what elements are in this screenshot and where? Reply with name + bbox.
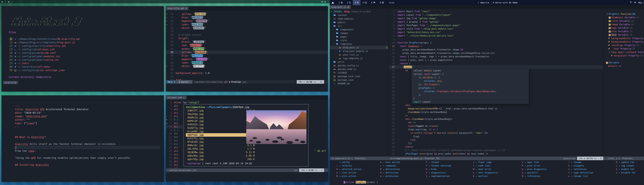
window-icon[interactable]: ▣ (8, 1, 10, 3)
window-markdown[interactable]: ---title: Alacritty GPU Accelerated Term… (2, 95, 164, 182)
workspace-4[interactable]: 4 (360, 0, 369, 5)
file-row[interactable]: 6iibVNY.jpg2.06 M (186, 130, 256, 133)
startify-entry[interactable]: [7]⚙~/.zshrc (9, 62, 164, 65)
which-key-b[interactable]: b → next action (380, 161, 400, 164)
tree-item-images[interactable]: │ images (330, 31, 388, 35)
startify-entry[interactable]: [0]↓~/Repos/blog/content/Linux/06-alacri… (9, 37, 164, 41)
vista-item-backgroundColor[interactable]: backgroundColor Property: (603, 40, 644, 44)
startify-entry[interactable]: [4]⚙~/.config/picom/picom.conf (9, 51, 164, 55)
vista-item-prev[interactable]: xprev Variable:15 (603, 30, 644, 33)
tab-aliases-zsh[interactable]: aliases.zsh >_ (166, 96, 186, 99)
which-key-j[interactable]: j → float jump (473, 161, 491, 164)
alacritty-buffer[interactable]: ~14 yellow: "#EBCB8B"~15 blue: "#81A1C1"… (166, 12, 328, 82)
tree-item-tag-template.js[interactable]: └ JS tag-template.js (330, 57, 388, 60)
file-row[interactable]: 5oXQT7g.jpg1.22 M (186, 126, 256, 130)
tree-item-node_modules[interactable]: JS node_modules (330, 17, 388, 20)
which-key-S[interactable]: S → snippets (568, 165, 584, 167)
startify-entry[interactable]: [2]⚙~/.config/alacritty/alacritty.yml (9, 44, 164, 48)
which-key-r[interactable]: r → rename (568, 161, 582, 164)
vista-item-tags[interactable]: xtags Variable:14 (603, 26, 644, 30)
file-row[interactable]: 4Y6C0JV.jpg539 K (186, 123, 256, 126)
tree-item-templates[interactable]: └ templates (330, 42, 388, 46)
which-key-R[interactable]: R → references (522, 175, 540, 178)
which-key-e[interactable]: e → extensions (380, 175, 399, 178)
which-key-i[interactable]: i → implementation (426, 175, 450, 178)
file-row[interactable]: 6zS17Sj.jpg4.96 M (186, 137, 256, 140)
vista-item-image[interactable]: ximage Variable:14 (603, 23, 644, 26)
vista-item-thumbnail[interactable]: xthumbnail Variable:11 (603, 16, 644, 19)
alert-icon[interactable]: ! (11, 1, 13, 3)
which-key-n[interactable]: n → next diagnostic (473, 171, 498, 174)
tree-item-src[interactable]: src (330, 24, 388, 28)
file-row[interactable]: 3UwJhbg.jpg680 K (186, 112, 256, 116)
file-row[interactable]: 30iNVBw.jpg3.11 M (186, 151, 256, 154)
which-key-U[interactable]: U → update CoC (616, 161, 634, 164)
which-key-I[interactable]: I → diagnostics (426, 171, 446, 174)
startify-entry[interactable]: [5]⚙~/.config/polybar/modules.ini (9, 55, 164, 58)
which-key-a[interactable]: a → line action (336, 171, 356, 174)
file-row[interactable]: 6QbF0pb.jpg4.14 M (186, 133, 256, 137)
which-key-N[interactable]: N → next error (473, 168, 491, 171)
tree-item-README.md[interactable]: ↓ README.md (330, 82, 388, 85)
tab-alacritty-yml[interactable]: alacritty.yml ⚙ (166, 6, 188, 10)
file-manager-float[interactable]: chris@machine ~/Pics/wallpapers/6QbF0pb.… (184, 104, 308, 167)
file-row[interactable]: 9hMxcHr.jpg4.1 M (186, 144, 256, 147)
file-row[interactable]: ad6v9Oy.jpg3.05 M (186, 154, 256, 158)
which-key-A[interactable]: A → selected action (336, 168, 362, 171)
vista-item-__html[interactable]: __html Property:29 (603, 47, 644, 50)
which-key-o[interactable]: o → open link (522, 161, 539, 164)
which-key-;[interactable]: ; → refactor (336, 165, 352, 167)
which-key-z[interactable]: z → disable CoC (616, 171, 636, 174)
tree-item-components[interactable]: │ components (330, 28, 388, 31)
file-row[interactable]: 4bORVJa.jpg943 K (186, 116, 256, 119)
bluetooth-icon[interactable]: ᛒ (4, 1, 6, 3)
tree-item-blog-post.module.le[interactable]: │ # blog-post.module.le (330, 49, 388, 53)
startify-entry[interactable]: [3]>_~/.config/zsh/aliases.zsh (9, 48, 164, 51)
tree-item-package.json[interactable]: {} package.json (330, 78, 388, 82)
volume-icon[interactable] (634, 1, 636, 4)
which-key-s[interactable]: s → references (568, 168, 587, 171)
window-alacritty-config[interactable]: alacritty.yml ⚙ ~14 yellow: "#EBCB8B"~15… (166, 6, 328, 92)
which-key-l[interactable]: l → code lens (473, 165, 490, 167)
which-key-v[interactable]: v → tag viewer (616, 165, 634, 167)
which-key-B[interactable]: B → prev action (336, 175, 356, 178)
vista-item-BlogPost[interactable]: ƒBlogPost Function:10 (603, 12, 644, 16)
tree-item-content[interactable]: content (330, 13, 388, 17)
window-startify[interactable]: _ __ _ __ ___ __ ___ / |/ / _ (_)__ _ / … (2, 6, 164, 92)
tree-item-package-lock.json[interactable]: {} package-lock.json (330, 75, 388, 78)
tree-item-public[interactable]: public (330, 20, 388, 24)
workspace-2[interactable]: 2 (345, 0, 353, 5)
tree-item-gatsby-node.js[interactable]: JS gatsby-node.js (330, 67, 388, 71)
vista-item-title[interactable]: xtitle Variable:14 (603, 19, 644, 23)
which-key-p[interactable]: p → prev diagnostic (522, 168, 547, 171)
which-key-F[interactable]: F → format (426, 161, 439, 164)
which-key-t[interactable]: t → type definition (568, 171, 593, 174)
vista-item-textAlign[interactable]: textAlign Property:25 (603, 44, 644, 47)
vista-outline[interactable]: ƒBlogPost Function:10 xthumbnail Variabl… (603, 9, 644, 157)
which-key-u[interactable]: u → resume list (568, 175, 588, 178)
tree-item-utils[interactable]: utils (330, 60, 388, 64)
which-key-d[interactable]: d → definition (380, 171, 399, 174)
which-key-q[interactable]: q → quickfix (522, 171, 538, 174)
markdown-buffer[interactable]: ---title: Alacritty GPU Accelerated Term… (15, 104, 160, 167)
tree-item-LICENSE[interactable]: LICENSE (330, 71, 388, 75)
app-icon[interactable]: ● (1, 1, 3, 3)
startify-entry[interactable]: [8]≡~/.local/bin/rofi-menu (9, 65, 164, 68)
window-aliases[interactable]: aliases.zsh >_ 1alias lg='lazygit' 2ali … (166, 95, 328, 182)
wifi-icon[interactable] (630, 1, 632, 4)
vista-item-tags.map() callback[interactable]: ƒtags.map() callback Functi (603, 50, 644, 54)
tab-blog-post-js[interactable]: blog-post.js JS (330, 5, 351, 9)
tree-item-style[interactable]: │ style (330, 38, 388, 42)
startify-entry[interactable]: [9]{}~/.config/nvim/coc-settings.json (9, 68, 164, 72)
code-buffer[interactable]: 1import React from "react"2import Layout… (389, 9, 603, 157)
file-row[interactable]: 24LrDFQ.jpg1.7 M (186, 147, 256, 151)
which-key-Z[interactable]: Z → enable CoC (616, 168, 634, 171)
which-key-D[interactable]: D → declaration (380, 168, 400, 171)
workspace-8[interactable]: 8 (369, 0, 378, 5)
file-row[interactable]: 07nEzQ3.jpg1.86 M (186, 140, 256, 144)
startify-entry[interactable]: [6]⚙~/.config/polybar/config.ini (9, 58, 164, 62)
vista-item-next[interactable]: xnext Variable:15 (603, 33, 644, 37)
vista-item-backgroundColor[interactable]: backgroundColor Property: (603, 37, 644, 40)
tree-item-blog-post.js[interactable]: │ JS blog-post.jsi (330, 46, 388, 49)
which-key-f[interactable]: f → format selected (426, 165, 451, 167)
